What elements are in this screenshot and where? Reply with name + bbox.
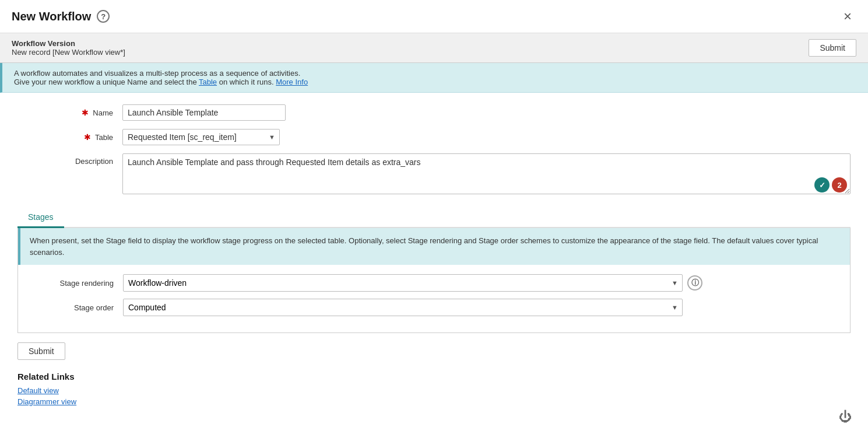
required-star-table: ✱: [84, 132, 91, 142]
table-row: ✱ Table Requested Item [sc_req_item]: [17, 129, 851, 145]
description-area: Launch Ansible Template and pass through…: [122, 153, 851, 196]
stage-fields: Stage rendering Workflow-driven ⓘ Stage …: [18, 265, 850, 332]
more-info-link[interactable]: More Info: [276, 78, 308, 86]
modal-header: New Workflow ? ×: [0, 0, 868, 33]
form-section: ✱ Name ✱ Table Requested Item [sc_req_it…: [17, 104, 851, 196]
stage-rendering-select[interactable]: Workflow-driven: [123, 274, 683, 292]
stage-rendering-label: Stage rendering: [30, 279, 123, 288]
tabs-header: Stages: [17, 208, 851, 228]
stage-rendering-select-wrapper: Workflow-driven ⓘ: [123, 274, 702, 292]
stage-order-label: Stage order: [30, 303, 123, 312]
info-line2: Give your new workflow a unique Name and…: [14, 78, 856, 86]
description-row: Description Launch Ansible Template and …: [17, 153, 851, 196]
related-links-title: Related Links: [17, 372, 851, 382]
tabs-section: Stages When present, set the Stage field…: [17, 208, 851, 333]
close-button[interactable]: ×: [839, 7, 856, 26]
description-textarea[interactable]: Launch Ansible Template and pass through…: [122, 153, 851, 194]
bottom-submit-button[interactable]: Submit: [17, 342, 65, 360]
diagrammer-view-link[interactable]: Diagrammer view: [17, 397, 851, 406]
stage-rendering-row: Stage rendering Workflow-driven ⓘ: [30, 274, 838, 292]
version-label: Workflow Version: [12, 39, 125, 48]
stage-rendering-info-button[interactable]: ⓘ: [687, 275, 702, 290]
info-line2-suffix: on which it runs.: [217, 78, 274, 86]
version-info: Workflow Version New record [New Workflo…: [12, 39, 125, 57]
title-group: New Workflow ?: [12, 10, 110, 23]
name-label: ✱ Name: [17, 104, 122, 117]
stages-info-banner: When present, set the Stage field to dis…: [18, 228, 850, 265]
table-label: ✱ Table: [17, 129, 122, 142]
desc-icons: ✓ 2: [814, 177, 847, 192]
help-icon[interactable]: ?: [97, 10, 110, 23]
table-link[interactable]: Table: [199, 78, 217, 86]
stage-order-select-inner: Computed: [123, 299, 683, 316]
related-links-section: Related Links Default view Diagrammer vi…: [17, 372, 851, 406]
version-bar: Workflow Version New record [New Workflo…: [0, 33, 868, 63]
table-select[interactable]: Requested Item [sc_req_item]: [122, 129, 280, 145]
header-submit-button[interactable]: Submit: [809, 39, 856, 57]
info-line1: A workflow automates and visualizes a mu…: [14, 69, 856, 78]
tab-content: When present, set the Stage field to dis…: [17, 228, 851, 333]
stage-order-row: Stage order Computed: [30, 299, 838, 316]
desc-icon-teal[interactable]: ✓: [814, 177, 830, 192]
name-input[interactable]: [122, 104, 286, 121]
stage-rendering-select-inner: Workflow-driven: [123, 274, 683, 292]
description-label: Description: [17, 153, 122, 166]
table-select-wrapper: Requested Item [sc_req_item]: [122, 129, 280, 145]
desc-icon-red[interactable]: 2: [832, 177, 847, 192]
main-content: ✱ Name ✱ Table Requested Item [sc_req_it…: [0, 93, 868, 420]
info-line2-prefix: Give your new workflow a unique Name and…: [14, 78, 199, 86]
tab-stages[interactable]: Stages: [17, 208, 64, 228]
default-view-link[interactable]: Default view: [17, 386, 851, 395]
footer-power-icon[interactable]: ⏻: [839, 410, 852, 425]
related-links-list: Default view Diagrammer view: [17, 386, 851, 406]
bottom-submit-area: Submit: [17, 342, 851, 360]
stage-order-select[interactable]: Computed: [123, 299, 683, 316]
name-row: ✱ Name: [17, 104, 851, 121]
record-info: New record [New Workflow view*]: [12, 48, 125, 57]
info-banner: A workflow automates and visualizes a mu…: [0, 63, 868, 93]
modal-title: New Workflow: [12, 10, 91, 23]
required-star-name: ✱: [82, 108, 89, 117]
